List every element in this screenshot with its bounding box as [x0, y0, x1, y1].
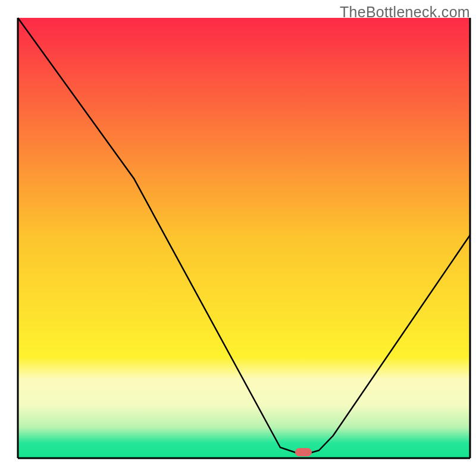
bottleneck-chart: [0, 0, 476, 476]
watermark-text: TheBottleneck.com: [340, 4, 470, 21]
plot-background: [18, 18, 470, 458]
chart-container: TheBottleneck.com: [0, 0, 476, 476]
optimum-marker: [295, 448, 312, 456]
